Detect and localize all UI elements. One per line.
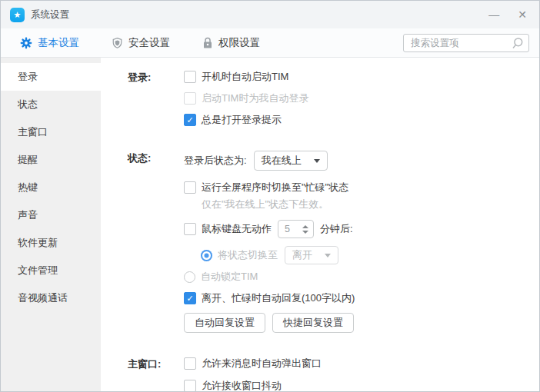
- sidebar-item-status[interactable]: 状态: [1, 91, 101, 118]
- idle-minutes-value: 5: [285, 224, 290, 234]
- title-bar: ★ 系统设置 — ✕: [1, 1, 539, 28]
- tab-permission-settings[interactable]: 权限设置: [202, 36, 260, 50]
- checkbox-fullscreen-busy[interactable]: ✓: [184, 181, 196, 194]
- checkbox-idle[interactable]: ✓: [184, 223, 196, 235]
- checkbox-popup[interactable]: ✓: [184, 357, 196, 370]
- tab-label: 权限设置: [218, 36, 260, 50]
- away-dropdown: 离开: [285, 246, 338, 264]
- sidebar-item-login[interactable]: 登录: [1, 63, 101, 91]
- search-input[interactable]: [404, 35, 511, 51]
- fullscreen-hint: 仅在"我在线上"状态下生效。: [202, 198, 539, 211]
- search-icon[interactable]: [511, 37, 524, 50]
- tab-bar: 基本设置 安全设置 权限设置: [1, 28, 539, 58]
- option-auto-lock: 自动锁定TIM: [184, 270, 539, 284]
- option-switch-status: 将状态切换至 离开: [201, 246, 539, 264]
- search-box: [403, 34, 529, 52]
- tab-basic-settings[interactable]: 基本设置: [20, 36, 79, 50]
- radio-switch-status: [201, 250, 212, 261]
- sidebar-item-hotkey[interactable]: 热键: [1, 174, 101, 201]
- option-fullscreen-busy: ✓ 运行全屏程序时切换至"忙碌"状态: [184, 181, 539, 194]
- window-title: 系统设置: [31, 8, 69, 22]
- option-autostart: ✓ 开机时自动启动TIM: [184, 70, 539, 84]
- sidebar-item-main-window[interactable]: 主窗口: [1, 118, 101, 146]
- section-main-window: 主窗口: ✓ 允许来消息时自动弹出窗口 ✓ 允许接收窗口抖动 ✓ 显示历史消息记…: [128, 357, 539, 391]
- sidebar-item-sound[interactable]: 声音: [1, 201, 101, 229]
- settings-window: ★ 系统设置 — ✕ 基本设置 安全设置 权限设置: [0, 0, 540, 392]
- chevron-down-icon: [314, 159, 320, 163]
- option-idle: ✓ 鼠标键盘无动作 5 分钟后:: [184, 220, 539, 238]
- reply-buttons: 自动回复设置 快捷回复设置: [184, 313, 539, 333]
- status-dropdown[interactable]: 我在线上: [254, 151, 328, 171]
- checkbox-shake[interactable]: ✓: [184, 380, 196, 391]
- arrow-down-icon[interactable]: [302, 231, 308, 234]
- option-autologin: ✓ 启动TIM时为我自动登录: [184, 91, 539, 105]
- idle-minutes-spinner[interactable]: 5: [278, 220, 314, 238]
- option-auto-reply: ✓ 离开、忙碌时自动回复(100字以内): [184, 291, 539, 305]
- arrow-up-icon[interactable]: [302, 225, 308, 228]
- auto-reply-settings-button[interactable]: 自动回复设置: [184, 313, 265, 333]
- settings-content: 登录: ✓ 开机时自动启动TIM ✓ 启动TIM时为我自动登录 ✓ 总是打开登录…: [101, 58, 539, 391]
- lock-icon: [202, 37, 213, 49]
- body-area: 登录 状态 主窗口 提醒 热键 声音 软件更新 文件管理 音视频通话 登录: ✓…: [1, 58, 539, 391]
- sidebar-item-file-management[interactable]: 文件管理: [1, 257, 101, 284]
- tab-label: 安全设置: [128, 36, 170, 50]
- option-popup: ✓ 允许来消息时自动弹出窗口: [184, 357, 539, 370]
- chevron-down-icon: [325, 254, 331, 257]
- section-status-label: 状态:: [128, 151, 184, 341]
- section-login: 登录: ✓ 开机时自动启动TIM ✓ 启动TIM时为我自动登录 ✓ 总是打开登录…: [128, 70, 539, 135]
- option-shake: ✓ 允许接收窗口抖动: [184, 379, 539, 391]
- checkbox-login-prompt[interactable]: ✓: [184, 114, 196, 126]
- sidebar: 登录 状态 主窗口 提醒 热键 声音 软件更新 文件管理 音视频通话: [1, 58, 101, 391]
- section-status: 状态: 登录后状态为: 我在线上 ✓ 运行全屏程序时切换至"忙碌"状态 仅在"我…: [128, 151, 539, 341]
- gear-icon: [20, 37, 32, 49]
- section-login-label: 登录:: [128, 70, 184, 135]
- sidebar-item-av-call[interactable]: 音视频通话: [1, 284, 101, 312]
- checkbox-autostart[interactable]: ✓: [184, 71, 196, 83]
- sidebar-item-reminder[interactable]: 提醒: [1, 146, 101, 174]
- checkbox-autologin: ✓: [184, 92, 196, 105]
- quick-reply-settings-button[interactable]: 快捷回复设置: [272, 313, 354, 333]
- window-controls: — ✕: [485, 1, 530, 28]
- star-icon: ★: [14, 11, 22, 19]
- close-button[interactable]: ✕: [515, 8, 530, 22]
- option-after-login-status: 登录后状态为: 我在线上: [184, 151, 539, 171]
- tab-security-settings[interactable]: 安全设置: [112, 36, 170, 50]
- minimize-button[interactable]: —: [485, 8, 502, 22]
- option-login-prompt: ✓ 总是打开登录提示: [184, 113, 539, 127]
- tim-logo-icon: ★: [10, 8, 25, 22]
- section-main-window-label: 主窗口:: [128, 357, 184, 391]
- tab-label: 基本设置: [38, 36, 79, 50]
- spinner-arrows[interactable]: [302, 225, 308, 234]
- checkbox-auto-reply[interactable]: ✓: [184, 292, 196, 304]
- radio-auto-lock: [184, 271, 195, 283]
- sidebar-item-software-update[interactable]: 软件更新: [1, 229, 101, 257]
- shield-icon: [112, 37, 123, 49]
